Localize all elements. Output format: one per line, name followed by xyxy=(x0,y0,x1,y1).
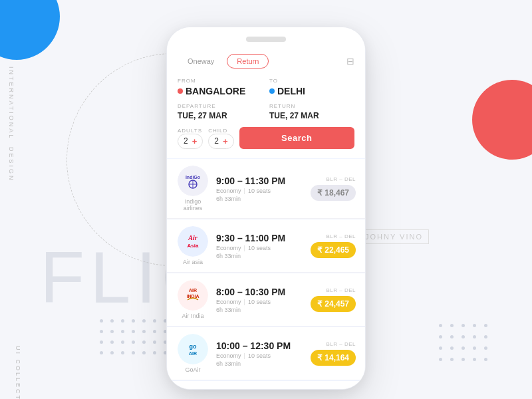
flight-price-area: BLR – DEL ₹ 14,164 xyxy=(311,341,356,366)
flight-duration: 6h 33min xyxy=(216,253,304,259)
results-area: IndiGo Indigo airlines 9:00 – 11:30 PM E… xyxy=(167,158,365,381)
flight-time: 8:00 – 10:30 PM xyxy=(216,287,304,297)
to-value: DELHI xyxy=(269,86,354,96)
from-label: FROM xyxy=(178,78,263,84)
flight-card[interactable]: Air Asia Air asia 9:30 – 11:00 PM Econom… xyxy=(167,219,365,273)
from-city: BANGALORE xyxy=(186,86,245,96)
flight-card[interactable]: AIR INDIA Air India 8:00 – 10:30 PM Econ… xyxy=(167,273,365,327)
to-label: TO xyxy=(269,78,354,84)
adults-label: ADULTS xyxy=(178,128,203,134)
flight-details: Economy | 10 seats xyxy=(216,299,304,305)
flight-card[interactable]: IndiGo Indigo airlines 9:00 – 11:30 PM E… xyxy=(167,159,365,219)
flight-time: 9:00 – 11:30 PM xyxy=(216,176,304,186)
airline-name: Air asia xyxy=(183,259,203,265)
flight-price-area: BLR – DEL ₹ 18,467 xyxy=(311,176,356,201)
flight-seats: 10 seats xyxy=(248,352,271,359)
flight-price-area: BLR – DEL ₹ 24,457 xyxy=(311,287,356,312)
return-value: TUE, 27 MAR xyxy=(269,111,354,120)
flight-duration: 6h 33min xyxy=(216,360,304,367)
airline-logo: go AIR xyxy=(178,334,208,364)
to-field[interactable]: TO DELHI xyxy=(269,78,354,96)
airline-info: go AIR GoAir xyxy=(176,334,209,373)
departure-value: TUE, 27 MAR xyxy=(178,111,263,120)
flight-info: 9:00 – 11:30 PM Economy | 10 seats 6h 33… xyxy=(216,176,304,202)
tab-oneway[interactable]: Oneway xyxy=(178,54,224,68)
to-dot xyxy=(269,88,275,94)
route-row: FROM BANGALORE TO DELHI xyxy=(178,78,354,96)
svg-text:Air: Air xyxy=(188,234,197,241)
flight-class: Economy xyxy=(216,188,241,194)
flight-info: 8:00 – 10:30 PM Economy | 10 seats 6h 33… xyxy=(216,287,304,313)
bg-circle-red xyxy=(472,80,532,160)
svg-text:Asia: Asia xyxy=(188,243,199,249)
adults-group: ADULTS 2 + xyxy=(178,128,203,149)
vertical-label-international: INTERNATIONAL DESIGN xyxy=(8,66,15,182)
return-label: RETURN xyxy=(269,103,354,109)
flight-details: Economy | 10 seats xyxy=(216,245,304,251)
to-city: DELHI xyxy=(277,86,305,96)
trip-tabs: Oneway Return ⊟ xyxy=(178,54,354,68)
airline-info: IndiGo Indigo airlines xyxy=(176,166,209,211)
svg-text:IndiGo: IndiGo xyxy=(186,175,200,180)
return-field[interactable]: RETURN TUE, 27 MAR xyxy=(269,103,354,120)
airline-logo: IndiGo xyxy=(178,166,208,196)
trip-tab-group: Oneway Return xyxy=(178,54,269,68)
phone-body: Oneway Return ⊟ FROM BANGALORE TO xyxy=(166,27,366,390)
tab-return[interactable]: Return xyxy=(227,54,269,68)
flight-time: 9:30 – 11:00 PM xyxy=(216,233,304,243)
filter-icon[interactable]: ⊟ xyxy=(346,56,354,66)
flight-seats: 10 seats xyxy=(248,245,271,251)
flight-card[interactable]: go AIR GoAir 10:00 – 12:30 PM Economy | … xyxy=(167,327,365,380)
flight-duration: 6h 33min xyxy=(216,307,304,313)
flight-info: 10:00 – 12:30 PM Economy | 10 seats 6h 3… xyxy=(216,340,304,367)
departure-field[interactable]: DEPARTURE TUE, 27 MAR xyxy=(178,103,263,120)
phone-notch xyxy=(246,37,286,42)
date-row: DEPARTURE TUE, 27 MAR RETURN TUE, 27 MAR xyxy=(178,103,354,120)
search-button[interactable]: Search xyxy=(239,127,354,149)
flight-seats: 10 seats xyxy=(248,299,271,305)
adults-value: 2 xyxy=(184,136,188,146)
child-plus[interactable]: + xyxy=(223,136,228,146)
child-value: 2 xyxy=(214,136,219,146)
flight-info: 9:30 – 11:00 PM Economy | 10 seats 6h 33… xyxy=(216,233,304,259)
airline-info: Air Asia Air asia xyxy=(176,226,209,265)
airline-logo: Air Asia xyxy=(178,226,208,257)
dots-pattern-right: const dr = document.querySelector('.dots… xyxy=(439,324,492,366)
airline-name: GoAir xyxy=(185,366,200,373)
route-tag: BLR – DEL xyxy=(311,233,356,239)
from-value: BANGALORE xyxy=(178,86,263,96)
search-area: Oneway Return ⊟ FROM BANGALORE TO xyxy=(167,46,365,158)
from-dot xyxy=(178,88,183,94)
johny-vino-label: JOHNY VINO xyxy=(359,229,429,244)
flight-class: Economy xyxy=(216,352,241,359)
from-field[interactable]: FROM BANGALORE xyxy=(178,78,263,96)
child-group: CHILD 2 + xyxy=(208,128,233,149)
svg-text:AIR: AIR xyxy=(189,288,197,293)
adults-counter[interactable]: 2 + xyxy=(178,134,203,149)
departure-label: DEPARTURE xyxy=(178,103,263,109)
route-tag: BLR – DEL xyxy=(311,176,356,182)
svg-text:AIR: AIR xyxy=(189,351,197,356)
price-badge[interactable]: ₹ 14,164 xyxy=(311,350,356,366)
flight-seats: 10 seats xyxy=(248,188,271,194)
bg-circle-blue xyxy=(0,0,60,60)
price-badge[interactable]: ₹ 24,457 xyxy=(311,296,356,312)
flight-time: 10:00 – 12:30 PM xyxy=(216,340,304,351)
airline-name: Indigo airlines xyxy=(176,198,209,211)
adults-plus[interactable]: + xyxy=(192,136,198,146)
pax-search-row: ADULTS 2 + CHILD 2 + Search xyxy=(178,127,354,149)
child-label: CHILD xyxy=(208,128,233,134)
airline-logo: AIR INDIA xyxy=(178,280,208,311)
route-tag: BLR – DEL xyxy=(311,287,356,293)
flight-class: Economy xyxy=(216,245,241,251)
route-tag: BLR – DEL xyxy=(311,341,356,347)
phone-bottom-bar xyxy=(167,381,365,389)
phone-top-bar xyxy=(167,27,365,46)
flight-class: Economy xyxy=(216,299,241,305)
price-badge[interactable]: ₹ 18,467 xyxy=(311,185,356,201)
price-badge[interactable]: ₹ 22,465 xyxy=(311,242,356,258)
flight-details: Economy | 10 seats xyxy=(216,352,304,359)
svg-point-5 xyxy=(178,226,208,257)
child-counter[interactable]: 2 + xyxy=(208,134,233,149)
flight-details: Economy | 10 seats xyxy=(216,188,304,194)
